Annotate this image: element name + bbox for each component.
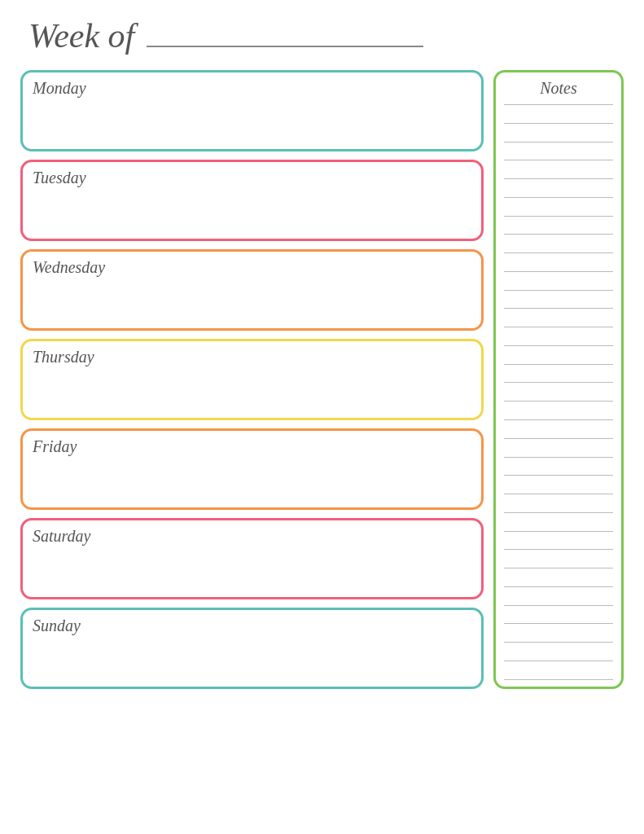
- day-label-friday: Friday: [33, 437, 471, 456]
- note-line: [504, 475, 613, 476]
- days-column: MondayTuesdayWednesdayThursdayFridaySatu…: [20, 70, 484, 689]
- day-label-saturday: Saturday: [33, 527, 471, 546]
- note-line: [504, 197, 613, 198]
- note-line: [504, 512, 613, 513]
- note-line: [504, 290, 613, 291]
- note-line: [504, 457, 613, 458]
- header: Week of: [20, 16, 624, 55]
- day-box-sunday[interactable]: Sunday: [20, 608, 484, 689]
- note-line: [504, 605, 613, 606]
- note-line: [504, 216, 613, 217]
- note-line: [504, 549, 613, 550]
- note-line: [504, 364, 613, 365]
- day-label-tuesday: Tuesday: [33, 169, 471, 187]
- note-line: [504, 623, 613, 624]
- note-line: [504, 123, 613, 124]
- day-label-thursday: Thursday: [33, 348, 471, 367]
- note-line: [504, 252, 613, 253]
- note-line: [504, 679, 613, 680]
- note-line: [504, 382, 613, 383]
- note-line: [504, 419, 613, 420]
- day-label-wednesday: Wednesday: [33, 258, 471, 277]
- day-box-thursday[interactable]: Thursday: [20, 339, 484, 420]
- note-line: [504, 308, 613, 309]
- week-of-label: Week of: [28, 16, 134, 55]
- page-container: Week of MondayTuesdayWednesdayThursdayFr…: [20, 16, 624, 689]
- day-box-tuesday[interactable]: Tuesday: [20, 160, 484, 241]
- note-line: [504, 586, 613, 587]
- day-label-sunday: Sunday: [33, 617, 471, 635]
- day-box-monday[interactable]: Monday: [20, 70, 484, 151]
- note-line: [504, 661, 613, 661]
- main-content: MondayTuesdayWednesdayThursdayFridaySatu…: [20, 70, 624, 689]
- note-line: [504, 438, 613, 439]
- note-line: [504, 494, 613, 494]
- note-line: [504, 234, 613, 235]
- note-line: [504, 327, 613, 327]
- note-line: [504, 345, 613, 346]
- note-line: [504, 142, 613, 143]
- note-line: [504, 104, 613, 105]
- notes-lines: [504, 104, 613, 680]
- note-line: [504, 271, 613, 272]
- week-date-line: [147, 41, 423, 47]
- day-box-friday[interactable]: Friday: [20, 428, 484, 510]
- note-line: [504, 531, 613, 532]
- day-box-wednesday[interactable]: Wednesday: [20, 249, 484, 331]
- day-box-saturday[interactable]: Saturday: [20, 518, 484, 599]
- day-label-monday: Monday: [33, 79, 471, 98]
- note-line: [504, 642, 613, 643]
- note-line: [504, 568, 613, 568]
- notes-column: Notes: [493, 70, 624, 689]
- note-line: [504, 178, 613, 179]
- note-line: [504, 160, 613, 160]
- notes-title: Notes: [504, 79, 613, 98]
- note-line: [504, 401, 613, 402]
